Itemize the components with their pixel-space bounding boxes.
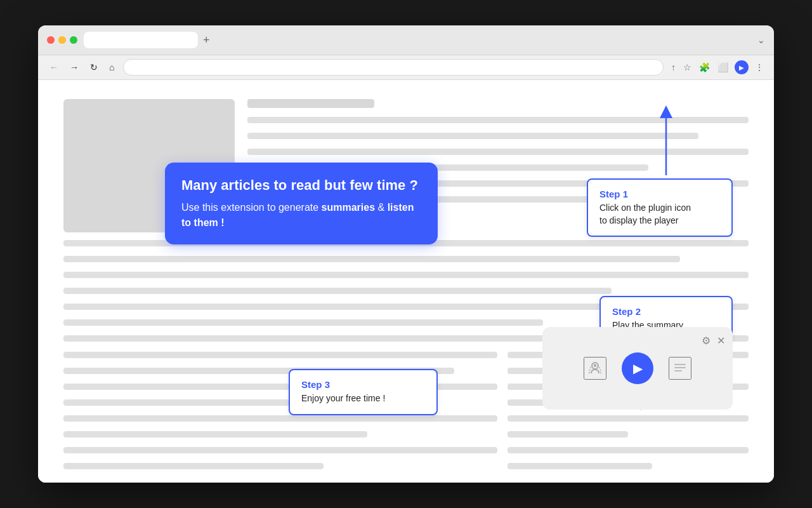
svg-rect-8 [674, 370, 682, 371]
share-button[interactable]: ↑ [670, 61, 677, 74]
extensions-button[interactable]: 🧩 [698, 61, 711, 74]
player-podcast-button[interactable] [584, 357, 606, 380]
browser-window: + ⌄ ← → ↻ ⌂ ↑ ☆ 🧩 ⬜ ▶ ⋮ [38, 25, 774, 483]
article-line [508, 463, 652, 469]
refresh-button[interactable]: ↻ [88, 61, 100, 74]
address-bar[interactable] [123, 59, 664, 76]
step1-box: Step 1 Click on the plugin iconto displa… [587, 178, 733, 237]
article-line [63, 352, 497, 358]
tab-bar: + [84, 32, 751, 48]
bookmark-button[interactable]: ☆ [682, 61, 693, 74]
summary-icon [672, 361, 688, 376]
promo-bubble: Many articles to read but few time ? Use… [165, 163, 438, 244]
tab-overview-button[interactable]: ⬜ [716, 61, 730, 74]
content-area: Many articles to read but few time ? Use… [38, 80, 774, 483]
active-tab[interactable] [84, 32, 198, 48]
new-tab-button[interactable]: + [203, 34, 210, 47]
article-area: Many articles to read but few time ? Use… [38, 80, 774, 483]
podcast-icon [586, 359, 604, 377]
promo-bold2: listen to them ! [181, 202, 414, 228]
nav-bar: ← → ↻ ⌂ ↑ ☆ 🧩 ⬜ ▶ ⋮ [38, 55, 774, 80]
tab-chevron-icon: ⌄ [757, 35, 765, 45]
home-button[interactable]: ⌂ [107, 61, 117, 74]
forward-button[interactable]: → [67, 61, 81, 74]
close-button[interactable] [47, 36, 55, 44]
player-widget: ⚙ ✕ ▶ [542, 327, 733, 410]
article-line [63, 272, 749, 278]
step3-label: Step 3 [301, 379, 425, 390]
article-line [63, 288, 612, 294]
maximize-button[interactable] [70, 36, 77, 44]
plugin-play-button[interactable]: ▶ [735, 60, 749, 74]
article-line [508, 447, 749, 453]
step2-label: Step 2 [612, 306, 720, 317]
title-bar: + ⌄ [38, 25, 774, 55]
article-line [63, 447, 497, 453]
player-top-actions: ⚙ ✕ [702, 335, 725, 347]
article-line [63, 463, 324, 469]
step1-label: Step 1 [599, 189, 720, 199]
minimize-button[interactable] [58, 36, 66, 44]
article-line [63, 256, 680, 262]
article-line [508, 415, 749, 422]
article-line [247, 133, 698, 139]
article-line [63, 415, 497, 422]
step3-desc: Enjoy your free time ! [301, 392, 425, 405]
step1-desc: Click on the plugin iconto display the p… [599, 202, 720, 227]
step3-box: Step 3 Enjoy your free time ! [289, 369, 438, 415]
svg-rect-7 [674, 367, 686, 368]
nav-actions: ↑ ☆ 🧩 ⬜ ▶ ⋮ [670, 60, 765, 74]
article-line [63, 431, 367, 438]
more-button[interactable]: ⋮ [754, 61, 765, 74]
player-summary-button[interactable] [669, 357, 691, 380]
player-play-button[interactable]: ▶ [622, 352, 653, 384]
step1-arrow [657, 105, 676, 182]
article-line [508, 431, 628, 438]
article-line [63, 319, 543, 326]
player-gear-icon[interactable]: ⚙ [702, 335, 710, 347]
back-button[interactable]: ← [47, 61, 61, 74]
promo-bold1: summaries [322, 202, 376, 213]
article-title-placeholder [247, 99, 374, 108]
traffic-lights [47, 36, 77, 44]
promo-headline: Many articles to read but few time ? [181, 177, 421, 195]
promo-body: Use this extension to generate summaries… [181, 200, 421, 231]
svg-rect-6 [674, 364, 686, 365]
player-close-button[interactable]: ✕ [717, 335, 725, 347]
